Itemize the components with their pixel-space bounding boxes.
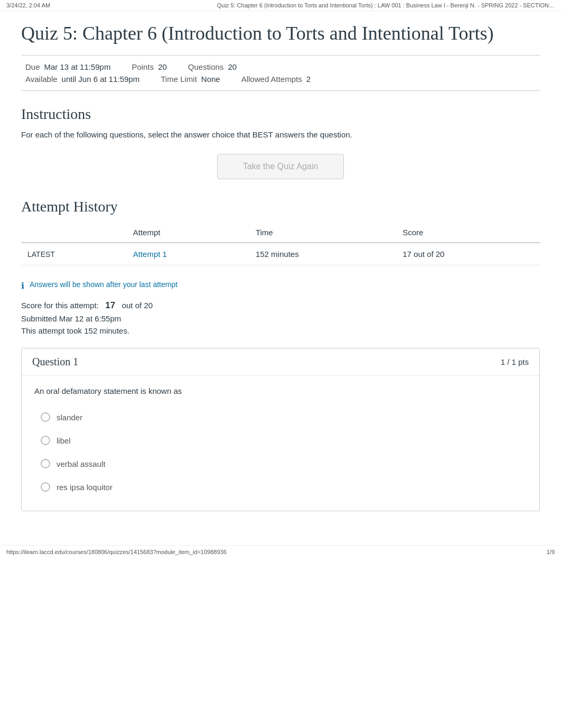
- table-header-row: Attempt Time Score: [21, 223, 540, 243]
- attempt-history-heading: Attempt History: [21, 198, 540, 215]
- answer-label-2: libel: [57, 436, 71, 445]
- footer-url: https://ilearn.laccd.edu/courses/180806/…: [6, 549, 227, 555]
- meta-row-2: Available until Jun 6 at 11:59pm Time Li…: [21, 73, 540, 85]
- instructions-heading: Instructions: [21, 106, 540, 123]
- attempt-details-block: Score for this attempt: 17 out of 20 Sub…: [21, 300, 540, 335]
- attempt-table: Attempt Time Score LATEST Attempt 1 152 …: [21, 223, 540, 265]
- answer-label-3: verbal assault: [57, 459, 106, 468]
- attempt-time: 152 minutes: [249, 243, 396, 265]
- score-line: Score for this attempt: 17 out of 20: [21, 300, 540, 311]
- points-label: Points: [132, 62, 154, 71]
- radio-2[interactable]: [41, 436, 50, 445]
- due-label: Due: [25, 62, 40, 71]
- browser-tab-title: Quiz 5: Chapter 6 (Introduction to Torts…: [217, 2, 555, 8]
- score-number: 17: [105, 300, 115, 310]
- score-suffix: out of 20: [122, 301, 153, 310]
- info-text: Answers will be shown after your last at…: [30, 280, 177, 289]
- attempt-link-cell[interactable]: Attempt 1: [127, 243, 249, 265]
- table-row: LATEST Attempt 1 152 minutes 17 out of 2…: [21, 243, 540, 265]
- browser-timestamp: 3/24/22, 2:04 AM: [6, 2, 50, 8]
- col-score: Score: [396, 223, 540, 243]
- score-for-attempt-label: Score for this attempt:: [21, 301, 99, 310]
- available-value: until Jun 6 at 11:59pm: [62, 75, 140, 84]
- attempt-score: 17 out of 20: [396, 243, 540, 265]
- available-label: Available: [25, 75, 58, 84]
- answer-option-3[interactable]: verbal assault: [34, 454, 527, 474]
- col-tag: [21, 223, 127, 243]
- questions-value: 20: [228, 62, 237, 71]
- answer-option-2[interactable]: libel: [34, 430, 527, 450]
- footer-page: 1/9: [547, 549, 555, 555]
- answer-option-4[interactable]: res ipsa loquitor: [34, 477, 527, 497]
- question-1-body: An oral defamatory statement is known as…: [22, 376, 539, 511]
- available-item: Available until Jun 6 at 11:59pm: [25, 75, 139, 84]
- info-icon: ℹ: [21, 281, 24, 291]
- question-1-text: An oral defamatory statement is known as: [34, 386, 527, 395]
- attempt-history-section: Attempt History Attempt Time Score LATES…: [21, 198, 540, 265]
- questions-item: Questions 20: [188, 62, 237, 71]
- points-item: Points 20: [132, 62, 166, 71]
- attempt-tag: LATEST: [21, 243, 127, 265]
- meta-info: Due Mar 13 at 11:59pm Points 20 Question…: [21, 55, 540, 91]
- allowed-attempts-item: Allowed Attempts 2: [241, 75, 311, 84]
- attempt-link[interactable]: Attempt 1: [133, 250, 167, 259]
- meta-row-1: Due Mar 13 at 11:59pm Points 20 Question…: [21, 61, 540, 73]
- answer-option-1[interactable]: slander: [34, 407, 527, 427]
- points-value: 20: [158, 62, 167, 71]
- question-1-header: Question 1 1 / 1 pts: [22, 348, 539, 376]
- instructions-body: For each of the following questions, sel…: [21, 130, 540, 139]
- radio-3[interactable]: [41, 459, 50, 468]
- quiz-button-container: Take the Quiz Again: [21, 154, 540, 179]
- question-1-block: Question 1 1 / 1 pts An oral defamatory …: [21, 348, 540, 511]
- allowed-attempts-label: Allowed Attempts: [241, 75, 302, 84]
- question-1-title: Question 1: [32, 356, 78, 368]
- col-attempt: Attempt: [127, 223, 249, 243]
- latest-badge: LATEST: [27, 250, 55, 259]
- duration-line: This attempt took 152 minutes.: [21, 326, 540, 335]
- footer-bar: https://ilearn.laccd.edu/courses/180806/…: [0, 545, 561, 558]
- take-quiz-button[interactable]: Take the Quiz Again: [217, 154, 344, 179]
- radio-4[interactable]: [41, 482, 50, 492]
- timelimit-value: None: [201, 75, 220, 84]
- page-title: Quiz 5: Chapter 6 (Introduction to Torts…: [21, 22, 540, 45]
- timelimit-label: Time Limit: [161, 75, 197, 84]
- answer-label-4: res ipsa loquitor: [57, 483, 113, 492]
- due-value: Mar 13 at 11:59pm: [44, 62, 111, 71]
- due-item: Due Mar 13 at 11:59pm: [25, 62, 110, 71]
- info-notice: ℹ Answers will be shown after your last …: [21, 280, 540, 291]
- col-time: Time: [249, 223, 396, 243]
- submitted-line: Submitted Mar 12 at 6:55pm: [21, 314, 540, 323]
- allowed-attempts-value: 2: [306, 75, 311, 84]
- timelimit-item: Time Limit None: [161, 75, 220, 84]
- radio-1[interactable]: [41, 412, 50, 422]
- questions-label: Questions: [188, 62, 224, 71]
- question-1-pts: 1 / 1 pts: [501, 357, 529, 366]
- answer-label-1: slander: [57, 413, 82, 422]
